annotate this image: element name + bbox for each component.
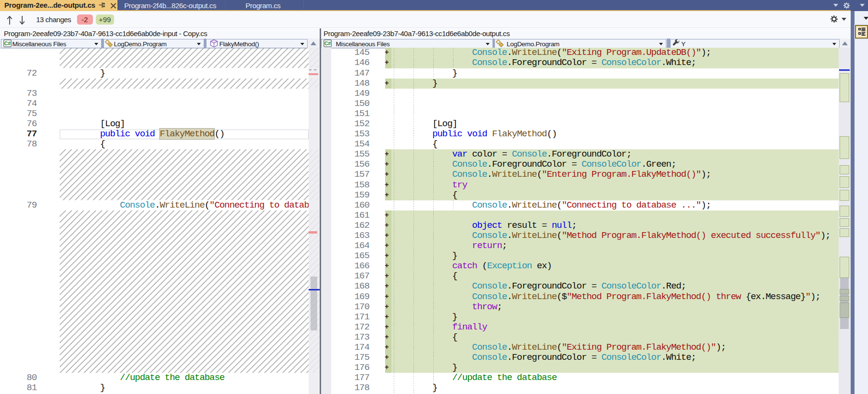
svg-text:C#: C# [324, 40, 331, 46]
svg-text:C#: C# [4, 40, 11, 46]
